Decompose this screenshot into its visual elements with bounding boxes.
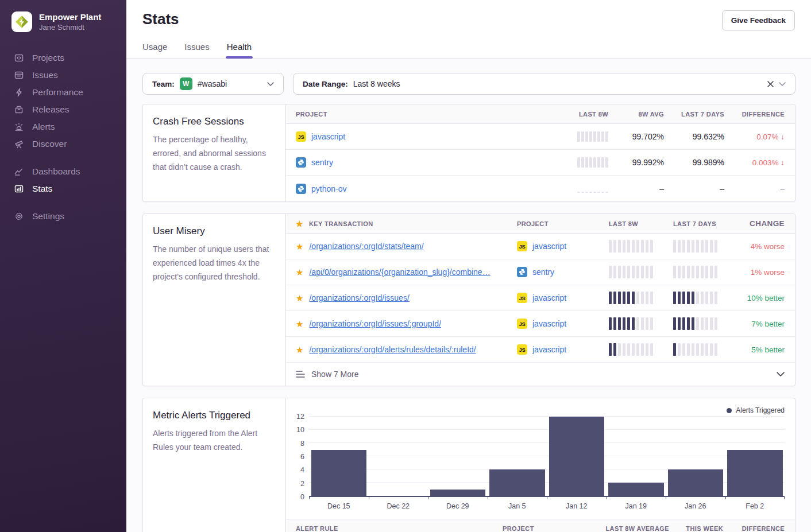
tab-issues[interactable]: Issues [184, 42, 209, 59]
org-text: Empower Plant Jane Schmidt [39, 12, 101, 32]
tab-health[interactable]: Health [227, 42, 252, 59]
sidebar-item-issues[interactable]: Issues [0, 67, 126, 84]
metric-alerts-chart-section: Alerts Triggered 024681012 Dec 15Dec 22D… [286, 398, 795, 532]
nav-label: Performance [32, 87, 83, 98]
date-range-value: Last 8 weeks [353, 79, 400, 88]
x-tick-label: Dec 29 [428, 497, 488, 510]
transaction-link[interactable]: /organizations/:orgId/issues/:groupId/ [309, 319, 441, 328]
metric-alerts-panel: Metric Alerts Triggered Alerts triggered… [142, 398, 795, 532]
arrow-down-icon: ↓ [781, 158, 785, 167]
user-name: Jane Schmidt [39, 22, 101, 32]
team-value: #wasabi [198, 79, 227, 88]
date-range-selector[interactable]: Date Range: Last 8 weeks [293, 73, 795, 95]
project-link[interactable]: javascript [532, 293, 566, 302]
project-link[interactable]: javascript [311, 132, 345, 141]
sidebar-item-projects[interactable]: Projects [0, 49, 126, 67]
sidebar-item-performance[interactable]: Performance [0, 84, 126, 101]
sidebar-nav: Projects Issues Performance Releases [0, 49, 126, 225]
change-value: 4% worse [737, 242, 785, 251]
table-row: JS javascript 99.702% 99.632% 0.07% ↓ [286, 124, 795, 150]
y-tick-label: 2 [300, 480, 304, 488]
change-value: 7% better [737, 320, 785, 328]
table-row: ★/organizations/:orgId/alerts/rules/deta… [286, 337, 795, 363]
col-this-week: THIS WEEK [669, 525, 723, 532]
col-last-8w: LAST 8W [609, 220, 673, 227]
star-icon[interactable]: ★ [296, 345, 303, 354]
nav-label: Dashboards [32, 166, 80, 177]
panel-description: The number of unique users that experien… [153, 242, 275, 284]
sidebar-item-stats[interactable]: Stats [0, 180, 126, 197]
col-last-8w-average: LAST 8W AVERAGE [596, 525, 669, 532]
chart-bar [547, 417, 607, 496]
last-7d-value: 99.989% [664, 158, 724, 167]
platform-icon: JS [517, 319, 527, 329]
project-link[interactable]: javascript [532, 319, 566, 328]
team-selector[interactable]: Team: W #wasabi [142, 73, 284, 95]
avg-8w-value: 99.702% [608, 132, 664, 141]
page-header: Stats Give Feedback Usage Issues Health [126, 0, 811, 59]
nav-label: Alerts [32, 122, 55, 132]
star-icon[interactable]: ★ [296, 242, 303, 251]
project-link[interactable]: javascript [532, 345, 566, 354]
alert-rule-table-header: ALERT RULE PROJECT LAST 8W AVERAGE THIS … [286, 519, 795, 532]
table-header: PROJECT LAST 8W 8W AVG LAST 7 DAYS DIFFE… [286, 104, 795, 124]
x-tick-label: Jan 12 [547, 497, 607, 510]
misery-sparkline-7d [673, 317, 717, 330]
x-tick-label: Dec 22 [369, 497, 428, 510]
chevron-down-icon[interactable] [779, 82, 786, 86]
col-project: PROJECT [296, 111, 545, 118]
table-header: ★KEY TRANSACTION PROJECT LAST 8W LAST 7 … [286, 214, 795, 234]
chart-y-axis: 024681012 [294, 417, 309, 497]
chart-legend: Alerts Triggered [294, 406, 785, 415]
sidebar-item-releases[interactable]: Releases [0, 101, 126, 118]
main-area: Stats Give Feedback Usage Issues Health … [126, 0, 811, 532]
app-root: Empower Plant Jane Schmidt Projects Issu… [0, 0, 811, 532]
legend-dot-icon [727, 408, 732, 413]
page-title: Stats [142, 10, 179, 28]
page-content: Team: W #wasabi Date Range: Last 8 weeks [126, 59, 811, 532]
misery-sparkline-7d [673, 266, 717, 278]
clear-icon[interactable] [767, 81, 774, 87]
tab-usage[interactable]: Usage [142, 42, 167, 59]
list-icon [296, 370, 305, 378]
projects-icon [14, 53, 24, 63]
project-link[interactable]: python-ov [311, 184, 346, 193]
star-icon[interactable]: ★ [296, 294, 303, 302]
user-misery-table: ★KEY TRANSACTION PROJECT LAST 8W LAST 7 … [286, 214, 795, 386]
project-link[interactable]: javascript [532, 242, 566, 251]
avg-8w-value: 99.992% [608, 158, 664, 167]
org-switcher[interactable]: Empower Plant Jane Schmidt [0, 9, 126, 34]
show-more-button[interactable]: Show 7 More [286, 363, 795, 386]
star-icon: ★ [296, 220, 303, 228]
difference-value: 0.07% ↓ [724, 133, 785, 141]
col-difference: DIFFERENCE [723, 525, 785, 532]
last-7d-value: – [664, 184, 724, 193]
performance-icon [14, 88, 24, 97]
sidebar-item-discover[interactable]: Discover [0, 135, 126, 153]
project-link[interactable]: sentry [532, 267, 554, 277]
platform-icon [517, 267, 527, 277]
star-icon[interactable]: ★ [296, 320, 303, 328]
sidebar-item-alerts[interactable]: Alerts [0, 118, 126, 135]
chart-bar [369, 417, 428, 496]
sidebar-item-dashboards[interactable]: Dashboards [0, 163, 126, 180]
alerts-icon [14, 122, 24, 131]
star-icon[interactable]: ★ [296, 268, 303, 277]
transaction-link[interactable]: /organizations/:orgId/stats/team/ [309, 242, 423, 251]
give-feedback-button[interactable]: Give Feedback [722, 10, 795, 30]
transaction-link[interactable]: /organizations/:orgId/issues/ [309, 293, 409, 302]
col-alert-rule: ALERT RULE [296, 525, 503, 532]
y-tick-label: 6 [300, 453, 304, 461]
avg-8w-value: – [608, 184, 664, 193]
col-change: CHANGE [737, 219, 785, 228]
legend-label: Alerts Triggered [736, 406, 785, 414]
team-avatar: W [180, 77, 192, 90]
nav-label: Stats [32, 184, 52, 194]
chart-plot [309, 417, 785, 497]
transaction-link[interactable]: /api/0/organizations/{organization_slug}… [309, 267, 490, 277]
transaction-link[interactable]: /organizations/:orgId/alerts/rules/detai… [309, 345, 476, 354]
panel-title: Crash Free Sessions [153, 116, 275, 127]
sidebar-item-settings[interactable]: Settings [0, 208, 126, 225]
y-tick-label: 12 [296, 413, 304, 421]
project-link[interactable]: sentry [311, 158, 333, 167]
